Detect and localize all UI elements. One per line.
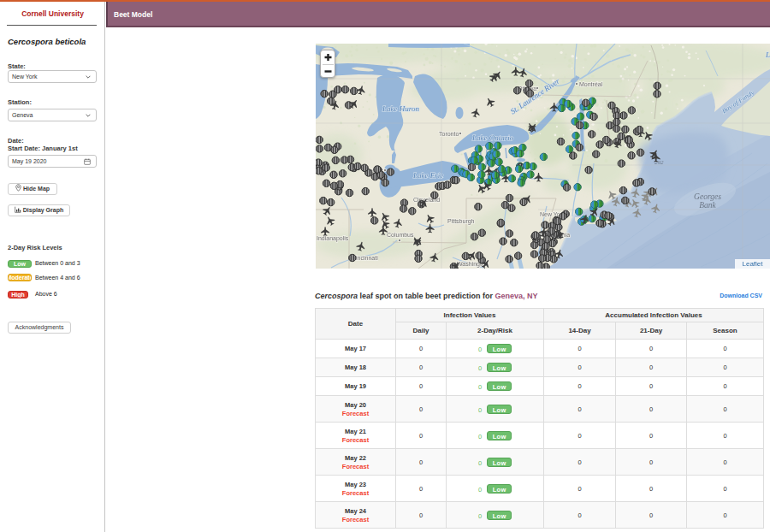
svg-text:Lake Erie: Lake Erie	[412, 171, 443, 180]
svg-text:Bank: Bank	[699, 201, 716, 210]
svg-text:Georges: Georges	[694, 192, 721, 201]
svg-text:Toronto: Toronto	[439, 131, 459, 137]
svg-text:Montréal: Montréal	[579, 81, 603, 87]
svg-text:Indianapolis: Indianapolis	[317, 235, 349, 242]
svg-text:Columbus: Columbus	[387, 232, 414, 238]
svg-text:L: L	[765, 50, 770, 59]
svg-text:Lake Huron: Lake Huron	[382, 104, 419, 113]
svg-text:Pittsburgh: Pittsburgh	[447, 218, 475, 225]
svg-text:Lake Ontario: Lake Ontario	[471, 133, 514, 142]
